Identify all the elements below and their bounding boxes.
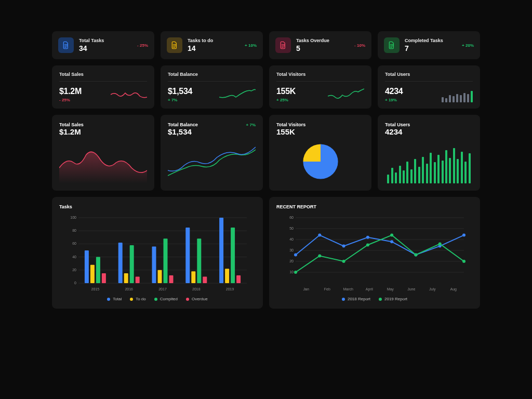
metric-delta: + 25% <box>276 98 296 102</box>
svg-point-61 <box>390 240 393 243</box>
svg-rect-18 <box>90 265 95 283</box>
legend-dot <box>379 298 382 301</box>
svg-text:April: April <box>366 287 373 291</box>
big-value: $1,534 <box>168 127 198 136</box>
svg-point-68 <box>366 244 369 247</box>
big-metric-card: Total Users4234 <box>378 115 480 191</box>
svg-point-64 <box>462 234 466 237</box>
legend-label: To do <box>136 297 146 301</box>
legend-item: Overdue <box>186 297 208 301</box>
svg-rect-36 <box>236 275 241 283</box>
svg-rect-34 <box>225 269 229 283</box>
svg-text:60: 60 <box>289 216 294 219</box>
legend-label: 2019 Report <box>384 297 407 301</box>
svg-point-59 <box>342 245 345 248</box>
big-value: 4234 <box>385 127 410 136</box>
svg-text:40: 40 <box>289 237 294 241</box>
stat-delta: - 10% <box>354 43 365 48</box>
svg-rect-35 <box>231 228 235 283</box>
legend-label: Complted <box>160 297 178 301</box>
clipboard-icon <box>58 37 74 53</box>
svg-text:Aug: Aug <box>450 287 457 291</box>
big-value: 155K <box>276 127 305 136</box>
big-title: Total Balance <box>168 122 198 127</box>
big-title: Total Users <box>385 122 410 127</box>
legend-item: 2018 Report <box>342 297 370 301</box>
area-chart <box>59 139 147 183</box>
legend-dot <box>342 298 345 301</box>
metric-card: Total Users4234+ 19% <box>378 65 480 109</box>
stat-label: Tasks Overdue <box>296 38 349 43</box>
stat-card: Tasks Overdue5- 10% <box>269 31 371 59</box>
svg-point-60 <box>366 236 369 239</box>
chart-svg: 02040608010020152016201720182019 <box>59 215 256 292</box>
svg-text:30: 30 <box>289 248 294 252</box>
svg-text:2019: 2019 <box>226 287 234 291</box>
big-title: Total Visitors <box>276 122 305 127</box>
svg-text:40: 40 <box>72 255 76 259</box>
svg-point-71 <box>438 242 442 245</box>
svg-point-65 <box>294 271 297 274</box>
metric-title: Total Balance <box>168 72 256 82</box>
stat-label: Completed Tasks <box>405 38 457 43</box>
svg-point-67 <box>342 260 345 263</box>
report-chart-card: RECENT REPORT102030405060JanFebMarchApri… <box>269 197 480 309</box>
legend-label: Total <box>113 297 122 301</box>
sparkline-icon <box>219 87 256 102</box>
svg-rect-20 <box>102 273 106 283</box>
stat-card: Total Tasks34- 25% <box>52 31 154 59</box>
svg-text:Feb: Feb <box>324 287 330 291</box>
big-title: Total Sales <box>59 122 84 127</box>
bar-chart <box>385 139 473 183</box>
stat-value: 14 <box>188 44 240 52</box>
svg-text:100: 100 <box>70 216 76 219</box>
line-chart <box>168 139 256 183</box>
tasks-chart-card: Tasks02040608010020152016201720182019Tot… <box>52 197 263 309</box>
metric-delta: - 25% <box>59 98 82 102</box>
big-metric-card: Total Balance$1,534+ 7% <box>161 115 263 191</box>
clipboard-icon <box>167 37 182 53</box>
svg-text:June: June <box>407 287 415 291</box>
svg-text:50: 50 <box>289 227 294 230</box>
legend-item: Complted <box>154 297 178 301</box>
svg-text:May: May <box>387 287 394 291</box>
metric-value: 155K <box>276 87 296 96</box>
stat-delta: - 25% <box>137 43 148 48</box>
metric-delta: + 19% <box>385 98 403 102</box>
chart-legend: TotalTo doCompltedOverdue <box>59 297 256 301</box>
svg-rect-25 <box>152 246 156 283</box>
chart-title: Tasks <box>59 204 256 209</box>
svg-rect-32 <box>203 276 207 283</box>
stat-delta: + 20% <box>462 43 474 48</box>
big-delta: + 7% <box>246 123 256 127</box>
legend-item: To do <box>130 297 146 301</box>
svg-text:Jan: Jan <box>303 287 309 291</box>
svg-text:10: 10 <box>289 270 294 274</box>
svg-rect-24 <box>136 276 140 283</box>
clipboard-icon <box>384 37 400 53</box>
svg-text:2017: 2017 <box>158 287 167 291</box>
chart-legend: 2018 Report2019 Report <box>276 297 473 301</box>
clipboard-icon <box>275 37 291 53</box>
svg-rect-28 <box>169 275 174 283</box>
svg-text:20: 20 <box>289 259 294 263</box>
svg-rect-33 <box>219 218 223 283</box>
svg-rect-26 <box>158 270 162 283</box>
svg-text:2015: 2015 <box>91 287 100 291</box>
svg-text:2016: 2016 <box>125 287 133 291</box>
metric-card: Total Balance$1,534+ 7% <box>161 65 263 109</box>
legend-label: Overdue <box>192 297 208 301</box>
stat-label: Total Tasks <box>79 38 132 43</box>
chart-title: RECENT REPORT <box>276 204 473 209</box>
stat-label: Tasks to do <box>188 38 240 43</box>
stat-value: 34 <box>79 44 132 52</box>
svg-rect-23 <box>130 245 134 283</box>
legend-dot <box>130 298 133 301</box>
stat-value: 5 <box>296 44 349 52</box>
legend-dot <box>186 298 189 301</box>
svg-text:2018: 2018 <box>192 287 201 291</box>
svg-rect-22 <box>124 273 128 283</box>
legend-item: 2019 Report <box>379 297 407 301</box>
metric-title: Total Visitors <box>276 72 364 82</box>
stat-card: Completed Tasks7+ 20% <box>378 31 480 59</box>
